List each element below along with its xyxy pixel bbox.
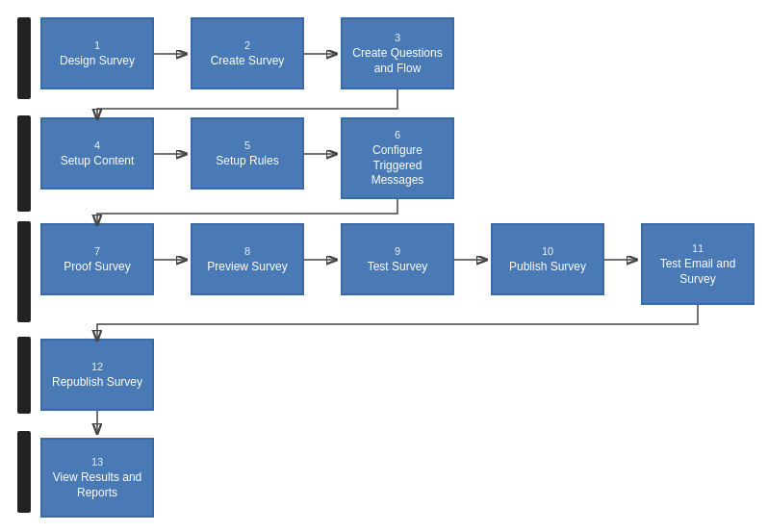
sidebar-bar-2 <box>17 115 31 212</box>
step-8-label: Preview Survey <box>207 260 287 275</box>
step-11-num: 11 <box>692 241 704 255</box>
step-8-num: 8 <box>244 244 250 258</box>
step-10-label: Publish Survey <box>509 260 586 275</box>
step-6-num: 6 <box>395 128 400 141</box>
diagram: 1 Design Survey 2 Create Survey 3 Create… <box>0 0 768 532</box>
step-7-label: Proof Survey <box>64 260 130 275</box>
step-7-box[interactable]: 7 Proof Survey <box>40 223 154 295</box>
step-6-label: Configure Triggered Messages <box>346 143 448 189</box>
step-4-num: 4 <box>94 139 100 152</box>
step-3-box[interactable]: 3 Create Questions and Flow <box>341 17 454 89</box>
step-2-num: 2 <box>244 38 250 52</box>
step-12-box[interactable]: 12 Republish Survey <box>40 339 154 411</box>
sidebar-bar-1 <box>17 17 31 99</box>
step-9-num: 9 <box>395 244 400 258</box>
step-9-box[interactable]: 9 Test Survey <box>341 223 454 295</box>
step-6-box[interactable]: 6 Configure Triggered Messages <box>341 117 454 199</box>
step-10-box[interactable]: 10 Publish Survey <box>491 223 604 295</box>
step-1-num: 1 <box>94 38 100 52</box>
step-12-label: Republish Survey <box>52 375 142 391</box>
step-9-label: Test Survey <box>368 260 428 275</box>
step-2-label: Create Survey <box>211 54 285 69</box>
step-4-box[interactable]: 4 Setup Content <box>40 117 154 190</box>
step-5-label: Setup Rules <box>216 154 278 169</box>
step-12-num: 12 <box>91 360 103 373</box>
step-11-box[interactable]: 11 Test Email and Survey <box>641 223 755 305</box>
sidebar-bar-3 <box>17 221 31 322</box>
step-5-box[interactable]: 5 Setup Rules <box>191 117 304 190</box>
step-1-label: Design Survey <box>60 54 135 69</box>
step-8-box[interactable]: 8 Preview Survey <box>191 223 304 295</box>
step-10-num: 10 <box>542 244 553 258</box>
step-3-num: 3 <box>395 31 400 44</box>
step-7-num: 7 <box>94 244 100 258</box>
step-13-box[interactable]: 13 View Results and Reports <box>40 438 154 518</box>
step-1-box[interactable]: 1 Design Survey <box>40 17 154 89</box>
step-5-num: 5 <box>244 139 250 152</box>
step-13-label: View Results and Reports <box>46 470 148 500</box>
step-4-label: Setup Content <box>61 154 135 169</box>
step-2-box[interactable]: 2 Create Survey <box>191 17 304 89</box>
sidebar-bar-5 <box>17 431 31 513</box>
step-11-label: Test Email and Survey <box>647 257 749 287</box>
sidebar-bar-4 <box>17 337 31 414</box>
step-3-label: Create Questions and Flow <box>346 46 448 76</box>
step-13-num: 13 <box>91 455 103 469</box>
